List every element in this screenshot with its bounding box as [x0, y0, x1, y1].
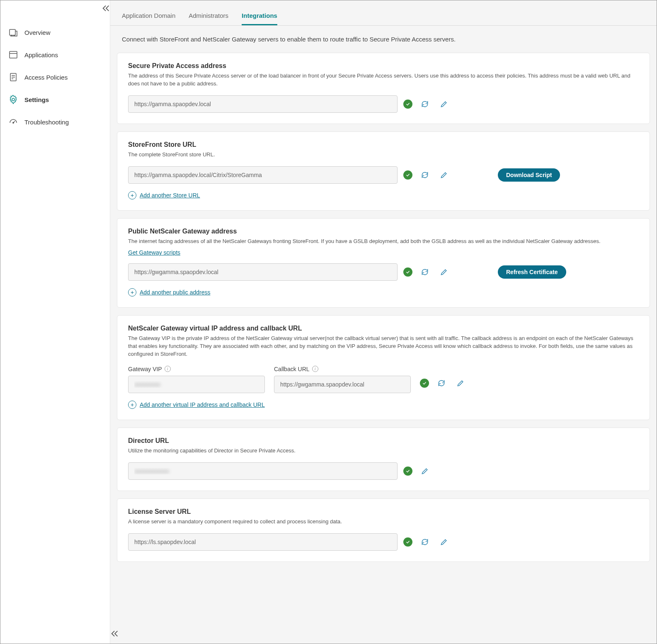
gear-icon — [8, 94, 19, 105]
get-gateway-scripts-link[interactable]: Get Gateway scripts — [128, 249, 180, 256]
card-description: The address of this Secure Private Acces… — [128, 72, 639, 88]
license-url-input[interactable] — [128, 533, 398, 551]
edit-icon[interactable] — [437, 168, 451, 182]
card-description: The complete StoreFront store URL. — [128, 151, 639, 159]
edit-icon[interactable] — [454, 377, 467, 390]
edit-icon[interactable] — [437, 535, 451, 549]
add-vip-callback-link[interactable]: + Add another virtual IP address and cal… — [128, 401, 639, 409]
spa-address-input[interactable] — [128, 95, 398, 113]
card-title: NetScaler Gateway virtual IP address and… — [128, 325, 639, 332]
gateway-address-input[interactable] — [128, 263, 398, 281]
sidebar-item-overview[interactable]: Overview — [0, 21, 110, 44]
refresh-icon[interactable] — [418, 97, 432, 111]
status-success-icon — [403, 170, 412, 180]
card-description: The Gateway VIP is the private IP addres… — [128, 335, 639, 358]
status-success-icon — [403, 100, 412, 109]
edit-icon[interactable] — [437, 265, 451, 279]
info-icon[interactable]: i — [165, 366, 171, 372]
sidebar-item-settings[interactable]: Settings — [0, 88, 110, 111]
card-vip-callback: NetScaler Gateway virtual IP address and… — [117, 315, 650, 420]
sidebar-item-access-policies[interactable]: Access Policies — [0, 66, 110, 88]
card-title: License Server URL — [128, 508, 639, 515]
edit-icon[interactable] — [418, 464, 432, 478]
status-success-icon — [420, 379, 429, 388]
plus-icon: + — [128, 288, 136, 296]
refresh-certificate-button[interactable]: Refresh Certificate — [498, 265, 566, 279]
tab-application-domain[interactable]: Application Domain — [122, 12, 175, 25]
applications-icon — [8, 49, 19, 60]
sidebar: Overview Applications Access Policies Se… — [0, 0, 110, 644]
card-title: Secure Private Access address — [128, 62, 639, 70]
storefront-url-input[interactable] — [128, 166, 398, 184]
sidebar-item-label: Applications — [24, 51, 58, 58]
policies-icon — [8, 72, 19, 83]
gateway-vip-label: Gateway VIP i — [128, 366, 265, 372]
main-content: Application Domain Administrators Integr… — [110, 0, 657, 644]
sidebar-item-label: Overview — [24, 29, 51, 36]
card-gateway-address: Public NetScaler Gateway address The int… — [117, 218, 650, 308]
collapse-sidebar-bottom-icon[interactable] — [110, 629, 119, 640]
svg-rect-1 — [10, 51, 17, 58]
svg-point-9 — [13, 122, 14, 123]
add-public-address-link[interactable]: + Add another public address — [128, 288, 639, 296]
download-script-button[interactable]: Download Script — [498, 168, 560, 182]
callback-url-input[interactable] — [274, 376, 411, 393]
card-title: StoreFront Store URL — [128, 141, 639, 148]
director-url-input[interactable] — [128, 462, 398, 480]
plus-icon: + — [128, 401, 136, 409]
card-director-url: Director URL Utilize the monitoring capa… — [117, 428, 650, 491]
plus-icon: + — [128, 191, 136, 199]
overview-icon — [8, 27, 19, 38]
sidebar-item-troubleshooting[interactable]: Troubleshooting — [0, 111, 110, 133]
card-description: Utilize the monitoring capabilities of D… — [128, 447, 639, 455]
card-description: A license server is a mandatory componen… — [128, 518, 639, 526]
status-success-icon — [403, 467, 412, 476]
gateway-vip-input[interactable] — [128, 376, 265, 393]
card-title: Public NetScaler Gateway address — [128, 228, 639, 235]
card-title: Director URL — [128, 437, 639, 445]
card-description: The internet facing addresses of all the… — [128, 238, 639, 245]
tab-integrations[interactable]: Integrations — [242, 12, 277, 25]
tabs: Application Domain Administrators Integr… — [110, 0, 657, 26]
info-icon[interactable]: i — [312, 366, 318, 372]
sidebar-item-label: Access Policies — [24, 74, 68, 81]
status-success-icon — [403, 537, 412, 547]
card-storefront-url: StoreFront Store URL The complete StoreF… — [117, 131, 650, 211]
callback-url-label: Callback URL i — [274, 366, 411, 372]
edit-icon[interactable] — [437, 97, 451, 111]
refresh-icon[interactable] — [435, 377, 448, 390]
status-success-icon — [403, 267, 412, 277]
refresh-icon[interactable] — [418, 265, 432, 279]
add-store-url-link[interactable]: + Add another Store URL — [128, 191, 639, 199]
troubleshoot-icon — [8, 117, 19, 127]
svg-point-7 — [12, 98, 15, 101]
refresh-icon[interactable] — [418, 168, 432, 182]
intro-text: Connect with StoreFront and NetScaler Ga… — [110, 26, 657, 53]
tab-administrators[interactable]: Administrators — [189, 12, 228, 25]
sidebar-item-applications[interactable]: Applications — [0, 44, 110, 66]
card-spa-address: Secure Private Access address The addres… — [117, 53, 650, 124]
sidebar-item-label: Settings — [24, 96, 49, 103]
collapse-sidebar-icon[interactable] — [102, 4, 111, 15]
card-license-url: License Server URL A license server is a… — [117, 498, 650, 562]
sidebar-item-label: Troubleshooting — [24, 119, 69, 126]
svg-rect-0 — [10, 29, 15, 35]
refresh-icon[interactable] — [418, 535, 432, 549]
